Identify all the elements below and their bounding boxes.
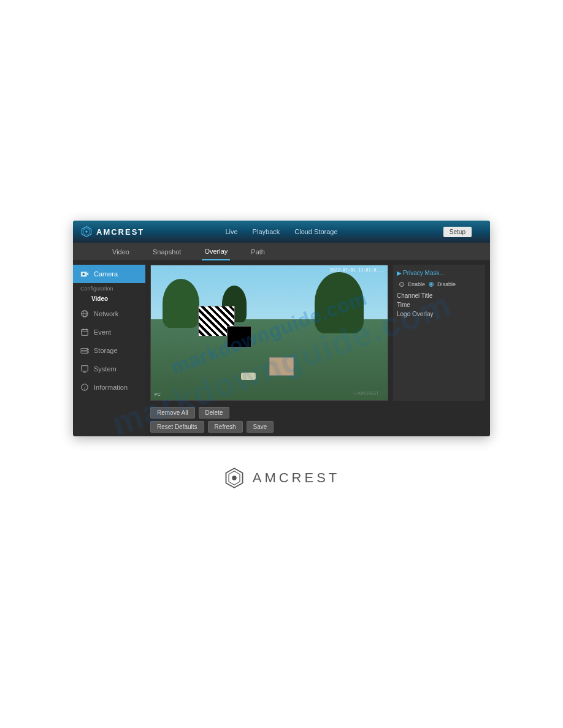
- privacy-mask-label[interactable]: Privacy Mask...: [403, 270, 481, 276]
- camera-icon: [80, 270, 89, 278]
- nav-playback[interactable]: Playback: [253, 228, 280, 235]
- btn-row-1: Remove All Delete: [150, 407, 485, 419]
- delete-button[interactable]: Delete: [199, 407, 230, 419]
- sidebar-information-label: Information: [94, 384, 128, 391]
- sidebar-sub-video[interactable]: Video: [73, 293, 145, 305]
- event-icon: [80, 328, 89, 336]
- top-bar: AMCREST Live Playback Cloud Storage Setu…: [73, 221, 490, 243]
- bottom-logo-icon: [223, 467, 245, 489]
- car: [241, 373, 256, 380]
- svg-point-15: [87, 349, 88, 350]
- svg-point-5: [83, 273, 85, 276]
- logo-overlay-label: Logo Overlay: [397, 311, 433, 317]
- sidebar-item-event[interactable]: Event: [73, 323, 145, 341]
- video-brand-watermark: ⬡ AMCREST: [353, 389, 384, 396]
- sidebar-item-storage[interactable]: Storage: [73, 341, 145, 360]
- time-row[interactable]: Time: [397, 301, 481, 308]
- sidebar-system-label: System: [94, 365, 117, 373]
- tab-path[interactable]: Path: [248, 243, 267, 260]
- remove-all-button[interactable]: Remove All: [150, 407, 195, 419]
- ui-panel: AMCREST Live Playback Cloud Storage Setu…: [73, 221, 490, 436]
- time-label: Time: [397, 301, 410, 308]
- tab-overlay[interactable]: Overlay: [202, 243, 230, 260]
- svg-rect-9: [82, 330, 88, 336]
- sidebar-item-information[interactable]: i Information: [73, 378, 145, 396]
- channel-title-label: Channel Title: [397, 292, 432, 299]
- sidebar-event-label: Event: [94, 328, 111, 336]
- svg-point-2: [85, 230, 87, 232]
- disable-radio[interactable]: [429, 282, 434, 287]
- privacy-mask-row: ▶ Privacy Mask...: [397, 270, 481, 276]
- storage-icon: [80, 346, 89, 355]
- amcrest-logo-icon: [80, 226, 93, 238]
- system-icon: [80, 365, 89, 373]
- right-content: 2022-07-01 13:01:0... PC ⬡ AMCREST markd…: [145, 261, 490, 436]
- enable-disable-row: Enable Disable: [399, 281, 481, 287]
- privacy-arrow-icon: ▶: [397, 270, 402, 276]
- sidebar-camera-label: Camera: [94, 270, 118, 278]
- enable-radio[interactable]: [399, 282, 404, 287]
- svg-marker-4: [87, 272, 89, 275]
- info-icon: i: [80, 383, 89, 392]
- svg-rect-17: [82, 366, 88, 371]
- disable-label: Disable: [437, 281, 456, 287]
- sidebar-item-camera[interactable]: Camera: [73, 265, 145, 283]
- refresh-button[interactable]: Refresh: [208, 421, 243, 433]
- video-overlay-area: 2022-07-01 13:01:0... PC ⬡ AMCREST markd…: [145, 261, 490, 403]
- svg-point-25: [232, 476, 237, 480]
- overlay-panel: ▶ Privacy Mask... Enable Disable C: [393, 265, 485, 401]
- sidebar-storage-label: Storage: [94, 347, 118, 354]
- video-background: 2022-07-01 13:01:0... PC ⬡ AMCREST markd…: [151, 265, 388, 400]
- reset-defaults-button[interactable]: Reset Defaults: [150, 421, 204, 433]
- page-wrapper: AMCREST Live Playback Cloud Storage Setu…: [0, 0, 563, 728]
- tree-2: [315, 272, 364, 333]
- network-icon: [80, 309, 89, 318]
- svg-text:i: i: [84, 385, 85, 391]
- nav-cloud-storage[interactable]: Cloud Storage: [294, 228, 337, 235]
- tab-bar: Video Snapshot Overlay Path: [73, 243, 490, 261]
- logo-area: AMCREST: [80, 226, 144, 238]
- nav-links: Live Playback Cloud Storage: [225, 228, 337, 235]
- sidebar-item-network[interactable]: Network: [73, 305, 145, 323]
- bottom-logo-text: AMCREST: [253, 470, 340, 486]
- privacy-block-2: [227, 326, 251, 347]
- sidebar-item-system[interactable]: System: [73, 360, 145, 378]
- svg-text:⬡ AMCREST: ⬡ AMCREST: [353, 391, 380, 395]
- sidebar: Camera Configuration Video Network: [73, 261, 145, 436]
- video-preview[interactable]: 2022-07-01 13:01:0... PC ⬡ AMCREST markd…: [150, 265, 388, 401]
- save-button[interactable]: Save: [247, 421, 274, 433]
- nav-live[interactable]: Live: [225, 228, 237, 235]
- house: [269, 357, 294, 376]
- channel-title-row[interactable]: Channel Title: [397, 292, 481, 299]
- video-timestamp: 2022-07-01 13:01:0...: [329, 268, 384, 273]
- setup-button[interactable]: Setup: [443, 227, 472, 237]
- tab-snapshot[interactable]: Snapshot: [150, 243, 183, 260]
- buttons-area: Remove All Delete Reset Defaults Refresh…: [145, 403, 490, 436]
- video-label: PC: [155, 392, 161, 396]
- btn-row-2: Reset Defaults Refresh Save: [150, 421, 485, 433]
- tab-video[interactable]: Video: [110, 243, 132, 260]
- bottom-logo: AMCREST: [223, 467, 340, 489]
- brand-name: AMCREST: [96, 227, 144, 237]
- tree-1: [163, 279, 199, 328]
- logo-overlay-row[interactable]: Logo Overlay: [397, 311, 481, 317]
- enable-label: Enable: [408, 281, 425, 287]
- main-content: Camera Configuration Video Network: [73, 261, 490, 436]
- sidebar-config-label: Configuration: [73, 283, 145, 293]
- svg-point-16: [87, 352, 88, 353]
- sidebar-network-label: Network: [94, 310, 118, 317]
